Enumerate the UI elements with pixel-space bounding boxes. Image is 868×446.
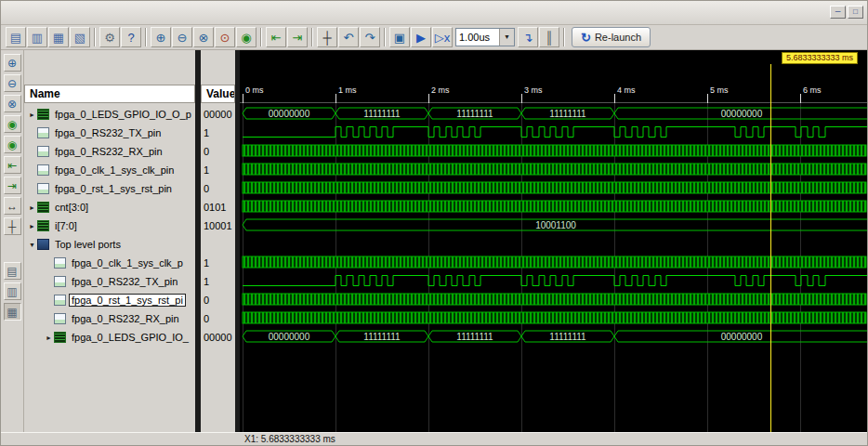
expand-icon[interactable]: ► [44,334,54,341]
context-help-button[interactable]: ? [121,27,141,47]
name-column-header[interactable]: Name [24,85,195,103]
goto-latest-time-icon: ⇥ [293,32,303,44]
waveform-row[interactable] [240,160,868,178]
tile-horizontal-button[interactable]: ▧ [70,27,90,47]
tile-horizontal-icon: ▧ [74,32,85,44]
svg-text:11111111: 11111111 [549,109,586,119]
combo-dropdown-icon[interactable]: ▼ [499,29,514,46]
fit-window-icon: ↔ [7,201,18,212]
value-column-header[interactable]: Value [201,85,235,103]
zoom-default-button[interactable]: ⊙ [215,27,235,47]
run-all-icon: ▶ [416,32,426,44]
zoom-in-button[interactable]: ⊕ [151,27,171,47]
minimize-button[interactable]: ─ [830,6,846,19]
goto-latest-time-button[interactable]: ⇥ [4,177,21,194]
waveform-row[interactable] [240,234,868,253]
signal-label: i[7:0] [52,219,80,232]
next-transition-icon: ↷ [365,32,375,44]
waveform-row[interactable] [240,253,868,271]
goto-time-zero-button[interactable]: ⇤ [266,27,286,47]
restart-simulation-icon: ▣ [394,32,405,44]
waveform-row[interactable] [240,271,868,290]
expand-icon[interactable]: ► [27,223,37,230]
signal-label: fpga_0_LEDS_GPIO_IO_O_p [52,108,194,121]
signal-name-row[interactable]: fpga_0_clk_1_sys_clk_pin [24,161,195,179]
waveform-row[interactable]: 0000000011111111111111111111111100000000 [240,104,868,123]
signal-label: fpga_0_RS232_RX_pin [69,312,182,325]
signal-name-row[interactable]: fpga_0_RS232_TX_pin [24,124,195,142]
run-button[interactable]: ◉ [4,115,21,133]
waveform-row[interactable] [240,308,868,327]
fit-window-button[interactable]: ↔ [4,197,21,215]
goto-time-zero-button[interactable]: ⇤ [4,156,21,174]
waveform-row[interactable] [240,178,868,197]
waveform-panel[interactable]: 5.6833333333 ms 0 ms1 ms2 ms3 ms4 ms5 ms… [240,50,868,432]
signal-name-row[interactable]: fpga_0_RS232_RX_pin [24,142,195,161]
time-cursor-line[interactable] [770,64,771,432]
signal-label: fpga_0_clk_1_sys_clk_pin [52,164,177,177]
pin-signal-icon [37,183,49,194]
signal-value: 1 [201,254,235,272]
collapse-icon[interactable]: ▼ [27,242,37,248]
restart-simulation-button[interactable]: ▣ [389,27,410,47]
relaunch-button[interactable]: ↻Re-launch [572,27,651,47]
ruler-tick-label: 3 ms [524,85,543,95]
panel-view-3-button[interactable]: ▦ [4,303,21,321]
signal-name-row[interactable]: ►fpga_0_LEDS_GPIO_IO_ [24,328,195,347]
rerun-button[interactable]: ◉ [4,136,21,153]
maximize-button[interactable]: □ [848,6,863,19]
run-all-button[interactable]: ▶ [411,27,431,47]
zoom-full-view-button[interactable]: ⊗ [4,95,21,112]
signal-name-row[interactable]: ►i[7:0] [24,216,195,235]
zoom-out-button[interactable]: ⊖ [4,74,21,92]
break-simulation-button[interactable]: ▷x [432,27,453,47]
add-marker-button[interactable]: ┼ [317,27,337,47]
ruler-tick [521,94,522,103]
zoom-in-button[interactable]: ⊕ [4,54,21,72]
expand-icon[interactable]: ► [27,112,37,118]
pin-signal-icon [54,295,66,306]
signal-label: fpga_0_rst_1_sys_rst_pi [69,294,186,307]
waveform-row[interactable] [240,290,868,308]
add-marker-icon: ┼ [322,32,331,44]
signal-name-row[interactable]: ►cnt[3:0] [24,198,195,216]
panel-view-2-button[interactable]: ▥ [4,282,21,300]
signal-value: 10001 [201,216,235,235]
waveform-row[interactable] [240,197,868,216]
crosshair-button[interactable]: ┼ [4,217,21,235]
refresh-display-button[interactable]: ◉ [236,27,256,47]
time-step-combo[interactable]: 1.00us▼ [455,28,515,46]
signal-name-row[interactable]: fpga_0_rst_1_sys_rst_pin [24,179,195,198]
signal-name-row[interactable]: ▼Top level ports [24,235,195,254]
panel-view-1-button[interactable]: ▤ [4,262,21,280]
pin-signal-icon [54,276,66,287]
waveform-row[interactable] [240,141,868,160]
pin-signal-icon [54,257,66,269]
signal-name-row[interactable]: fpga_0_RS232_TX_pin [24,272,195,291]
preferences-wrench-button[interactable]: ⚙ [99,27,120,47]
new-window-button[interactable]: ▤ [6,27,26,47]
save-layout-button[interactable]: ▥ [27,27,47,47]
expand-icon[interactable]: ► [27,204,37,211]
pause-button[interactable]: ║ [539,27,559,47]
time-ruler[interactable]: 0 ms1 ms2 ms3 ms4 ms5 ms6 ms [240,85,868,103]
signal-name-row[interactable]: fpga_0_RS232_RX_pin [24,309,195,328]
svg-text:10001100: 10001100 [535,220,576,230]
step-button[interactable]: ↴ [518,27,538,47]
waveform-row[interactable]: 0000000011111111111111111111111100000000 [240,327,868,346]
goto-latest-time-button[interactable]: ⇥ [287,27,308,47]
signal-value: 00000 [201,328,235,347]
waveform-row[interactable]: 10001100 [240,216,868,234]
waveform-row[interactable] [240,123,868,141]
zoom-full-view-button[interactable]: ⊗ [193,27,214,47]
prev-transition-button[interactable]: ↶ [338,27,359,47]
next-transition-button[interactable]: ↷ [360,27,380,47]
signal-name-row[interactable]: fpga_0_rst_1_sys_rst_pi [24,291,195,309]
tile-vertical-button[interactable]: ▦ [48,27,69,47]
signal-name-row[interactable]: fpga_0_clk_1_sys_clk_p [24,254,195,272]
waveform-body[interactable]: 0000000011111111111111111111111100000000… [240,103,868,432]
run-icon: ◉ [7,119,17,130]
ruler-tick [614,94,615,103]
zoom-out-button[interactable]: ⊖ [172,27,192,47]
signal-name-row[interactable]: ►fpga_0_LEDS_GPIO_IO_O_p [24,105,195,124]
